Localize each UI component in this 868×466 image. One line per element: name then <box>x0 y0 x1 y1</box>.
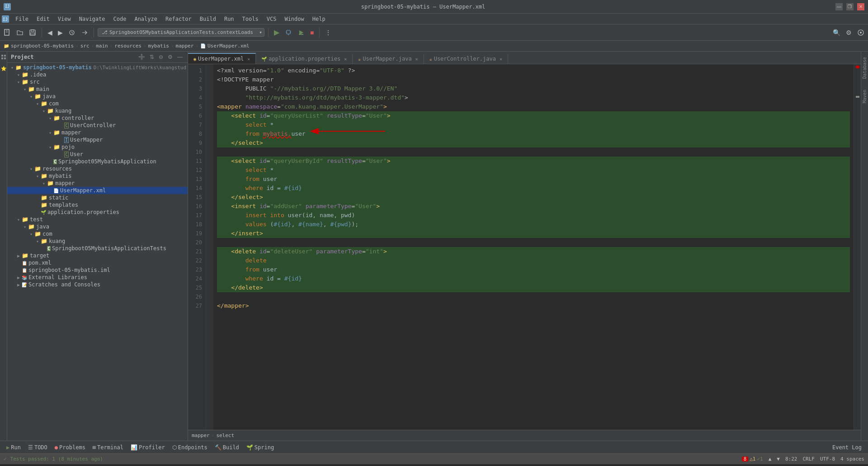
bc-usermapper-xml[interactable]: 📄 <box>200 43 206 48</box>
save-button[interactable] <box>27 28 38 37</box>
terminal-button[interactable]: ⊞ Terminal <box>90 443 126 452</box>
structure-sidebar-icon[interactable] <box>0 53 7 62</box>
open-button[interactable] <box>14 28 25 37</box>
search-everywhere-button[interactable]: 🔍 <box>831 28 842 37</box>
project-sync-button[interactable]: ⇅ <box>148 53 156 61</box>
project-collapse-button[interactable]: ⊖ <box>157 53 165 61</box>
endpoints-button[interactable]: ⬡ Endpoints <box>170 443 210 452</box>
tree-test-java[interactable]: ▾ 📁 java <box>7 223 188 230</box>
tree-com[interactable]: ▾ 📁 com <box>7 100 188 107</box>
tree-target[interactable]: ▶ 📁 target <box>7 252 188 259</box>
tree-mapper-folder[interactable]: ▾ 📁 mapper <box>7 180 188 187</box>
bc-bottom-select[interactable]: select <box>216 433 234 438</box>
todo-button[interactable]: ☰ TODO <box>25 443 50 452</box>
settings-button[interactable]: ⚙ <box>844 28 854 37</box>
bc-mybatis[interactable]: mybatis <box>148 43 169 49</box>
tree-test[interactable]: ▾ 📁 test <box>7 216 188 223</box>
run-with-coverage-button[interactable] <box>296 28 307 37</box>
forward-button[interactable]: ▶ <box>56 28 65 37</box>
new-file-button[interactable] <box>2 28 13 37</box>
back-button[interactable]: ◀ <box>46 28 54 37</box>
profiler-button[interactable]: 📊 Profiler <box>128 443 168 452</box>
tab-usermapper-java-close[interactable]: ✕ <box>415 57 418 62</box>
bc-bottom-mapper[interactable]: mapper <box>192 433 210 438</box>
menu-help[interactable]: Help <box>309 15 329 23</box>
bc-mapper[interactable]: mapper <box>176 43 194 49</box>
tree-resources[interactable]: ▾ 📁 resources <box>7 165 188 172</box>
tree-pojo[interactable]: ▾ 📁 pojo <box>7 143 188 151</box>
stop-button[interactable]: ■ <box>308 28 316 37</box>
test-result-text[interactable]: Tests passed: 1 (8 minutes ago) <box>10 456 103 462</box>
run-config-button[interactable]: ▶ <box>272 27 281 38</box>
tree-static[interactable]: 📁 static <box>7 194 188 201</box>
tab-ctrl-close[interactable]: ✕ <box>500 57 502 62</box>
menu-tools[interactable]: Tools <box>239 15 262 23</box>
menu-vcs[interactable]: VCS <box>263 15 280 23</box>
tree-test-com[interactable]: ▾ 📁 com <box>7 230 188 238</box>
indent-indicator[interactable]: 4 spaces <box>840 456 864 462</box>
bc-resources[interactable]: resources <box>114 43 142 49</box>
database-sidebar-label[interactable]: Database <box>861 53 868 82</box>
tree-test-kuang[interactable]: ▾ 📁 kuang <box>7 238 188 245</box>
tree-ext-libs[interactable]: ▶ 📚 External Libraries <box>7 274 188 281</box>
tree-iml[interactable]: 📋 springboot-05-mybatis.iml <box>7 266 188 274</box>
tab-usercontroller-java[interactable]: ☕ UserController.java ✕ <box>424 54 508 64</box>
recent-files-button[interactable] <box>66 28 77 37</box>
line-col-indicator[interactable]: 8:22 <box>785 456 797 462</box>
tree-usermapper-xml[interactable]: 📄 UserMapper.xml <box>7 187 188 194</box>
tree-kuang[interactable]: ▾ 📁 kuang <box>7 107 188 114</box>
maximize-button[interactable]: ❐ <box>846 3 854 10</box>
scroll-up-icon[interactable]: ▲ <box>769 456 772 462</box>
bc-src[interactable]: src <box>80 43 90 49</box>
scroll-down-icon[interactable]: ▼ <box>777 456 780 462</box>
project-settings-button[interactable]: ⚙ <box>166 53 174 61</box>
code-editor[interactable]: <?xml version="1.0" encoding="UTF-8" ?> … <box>213 64 854 430</box>
minimize-button[interactable]: — <box>835 3 843 10</box>
tree-test-class[interactable]: C SpringbootO5MybatisApplicationTests <box>7 245 188 252</box>
tree-java[interactable]: ▾ 📁 java <box>7 93 188 100</box>
event-log-button[interactable]: Event Log <box>830 443 864 452</box>
tree-templates[interactable]: 📁 templates <box>7 201 188 209</box>
problems-button[interactable]: ● Problems <box>52 443 88 452</box>
tree-main-app[interactable]: C Springboot05MybatisApplication <box>7 158 188 165</box>
tree-main[interactable]: ▾ 📁 main <box>7 86 188 93</box>
tree-user-class[interactable]: C User <box>7 151 188 158</box>
menu-view[interactable]: View <box>54 15 75 23</box>
error-indicator[interactable]: 8 △1 ✓1 <box>742 456 763 462</box>
project-add-button[interactable]: ➕ <box>137 53 146 61</box>
menu-code[interactable]: Code <box>110 15 130 23</box>
bc-main[interactable]: main <box>96 43 108 49</box>
tree-src[interactable]: ▾ 📁 src <box>7 78 188 86</box>
tree-controller[interactable]: ▾ 📁 controller <box>7 114 188 122</box>
vcs-button[interactable] <box>855 28 866 37</box>
branch-selector[interactable]: ⎇ SpringbootO5MybatisApplicationTests.co… <box>98 28 264 37</box>
tree-pom[interactable]: 📋 pom.xml <box>7 259 188 266</box>
spring-button[interactable]: 🌱 Spring <box>244 443 277 452</box>
bc-root[interactable]: springboot-05-mybatis <box>11 43 74 49</box>
menu-navigate[interactable]: Navigate <box>75 15 109 23</box>
menu-run[interactable]: Run <box>221 15 238 23</box>
menu-file[interactable]: File <box>12 15 32 23</box>
tab-application-props[interactable]: 🌱 application.properties ✕ <box>256 54 353 64</box>
line-ending-indicator[interactable]: CRLF <box>802 456 815 462</box>
maven-sidebar-label[interactable]: Maven <box>861 86 868 107</box>
build-button[interactable]: 🔨 Build <box>212 443 242 452</box>
close-button[interactable]: ✕ <box>857 3 864 10</box>
tree-application-props[interactable]: 🌱 application.properties <box>7 209 188 216</box>
menu-refactor[interactable]: Refactor <box>162 15 195 23</box>
tree-mapper-pkg[interactable]: ▾ 📁 mapper <box>7 129 188 136</box>
favorites-sidebar-icon[interactable]: ⭐ <box>0 65 7 72</box>
menu-analyze[interactable]: Analyze <box>131 15 161 23</box>
tab-usermapper-xml[interactable]: ◉ UserMapper.xml ✕ <box>188 53 256 64</box>
tree-usercontroller[interactable]: C UserController <box>7 122 188 129</box>
tree-mybatis-folder[interactable]: ▾ 📁 mybatis <box>7 172 188 180</box>
menu-build[interactable]: Build <box>196 15 220 23</box>
more-actions-button[interactable]: ⋮ <box>323 28 333 37</box>
tree-usermapper-interface[interactable]: I UserMapper <box>7 136 188 143</box>
tab-usermapper-java[interactable]: ☕ UserMapper.java ✕ <box>353 54 424 64</box>
bc-usermapper-xml-label[interactable]: UserMapper.xml <box>208 43 250 49</box>
tree-idea[interactable]: ▾ 📁 .idea <box>7 71 188 78</box>
run-button[interactable]: ▶ Run <box>4 443 24 452</box>
debug-button[interactable] <box>283 28 294 37</box>
encoding-indicator[interactable]: UTF-8 <box>820 456 835 462</box>
